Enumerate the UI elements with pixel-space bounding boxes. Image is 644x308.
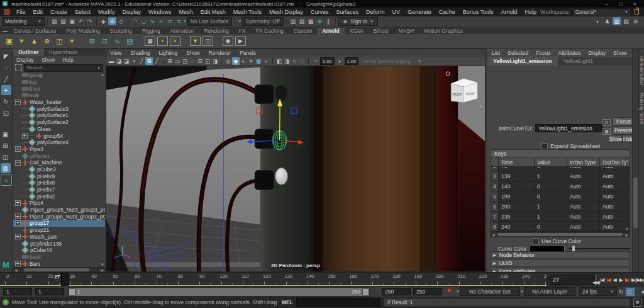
paint-select-tool-icon[interactable]: ╱ — [1, 74, 11, 84]
viewport-2d-panzoom-icon[interactable]: ▪ — [130, 57, 138, 65]
outliner-item-back[interactable]: back — [13, 254, 105, 261]
key-value[interactable]: 1 — [535, 171, 567, 181]
side-tab-modeling-toolkit[interactable]: Modeling Toolkit — [640, 93, 644, 124]
arnold-light-manager-icon[interactable]: ▼ — [190, 37, 201, 46]
open-scene-icon[interactable]: ▧ — [59, 17, 67, 25]
gamma-field[interactable]: 1.00 — [345, 57, 359, 65]
arnold-skydome-light-icon[interactable]: ⊕ — [42, 36, 52, 47]
menu-select[interactable]: Select — [71, 9, 94, 15]
column-header-intan-type[interactable]: InTan Type — [567, 158, 600, 166]
key-time[interactable]: 70 — [499, 167, 535, 171]
select-curve-icon[interactable]: ⊂ — [166, 17, 174, 25]
key-value[interactable]: 1 — [535, 202, 567, 211]
ae-menu-display[interactable]: Display — [585, 50, 609, 56]
scrollbar-thumb[interactable] — [24, 268, 89, 271]
outliner-item-polysurface2[interactable]: polySurface2 — [13, 119, 105, 126]
select-object-icon[interactable]: ◡ — [140, 17, 148, 25]
arnold-noice-denoiser-icon[interactable]: × — [170, 37, 180, 46]
viewport-menu-lighting[interactable]: Lighting — [155, 50, 181, 56]
expand-icon[interactable] — [15, 261, 21, 266]
outliner-item-coil-machine[interactable]: Coil_Machine — [13, 159, 105, 166]
viewport-menu-show[interactable]: Show — [182, 50, 203, 56]
render-settings-icon[interactable]: ▦ — [307, 17, 315, 25]
snap-to-grid-icon[interactable]: ⊞ — [108, 17, 116, 25]
view-transform-selector[interactable]: sRGB gamma (legacy)▼ — [360, 58, 425, 64]
outliner-item-bars[interactable]: Bars — [13, 260, 105, 267]
outliner-item-watch-part[interactable]: Watch_part — [13, 234, 105, 241]
show-button[interactable]: Show — [609, 135, 622, 143]
shelf-tab-motion-graphics[interactable]: Motion Graphics — [419, 28, 468, 34]
mute-speaker-icon[interactable]: ◀ — [639, 288, 644, 295]
viewport-layout-right-icon[interactable]: ◨ — [211, 57, 219, 65]
outliner-item-phelix8[interactable]: pHelix8 — [13, 180, 105, 186]
scale-tool-icon[interactable]: ◱ — [1, 108, 11, 118]
shelf-tab-sculpting[interactable]: Sculpting — [105, 28, 137, 34]
section-node-behavior[interactable]: ▶Node Behavior — [490, 251, 630, 258]
channel-box-toggle-icon[interactable]: ⊛ — [631, 17, 640, 25]
menu-generate[interactable]: Generate — [404, 9, 435, 15]
menu-create[interactable]: Create — [47, 9, 71, 15]
current-frame-field[interactable]: 27 — [550, 275, 595, 285]
script-editor-icon[interactable]: ▦ — [633, 299, 641, 307]
outliner-item-persp[interactable]: persp — [13, 72, 105, 79]
viewport-menu-panels[interactable]: Panels — [236, 50, 260, 56]
ae-menu-list[interactable]: List — [489, 50, 503, 56]
maximize-button[interactable]: □ — [614, 1, 628, 7]
select-tool-icon[interactable]: ◤ — [1, 51, 11, 61]
use-curve-color-checkbox[interactable]: Use Curve Color — [533, 238, 581, 244]
viewport-scene[interactable]: FRONT RIGHT ∨ 2D PanZoom : persp — [106, 66, 485, 271]
snap-to-curves-icon[interactable]: ◈ — [99, 17, 108, 25]
mel-command-input[interactable] — [296, 298, 380, 307]
key-in-tan[interactable]: Auto — [567, 202, 600, 211]
keys-hscrollbar[interactable]: ◀ ▶ — [491, 232, 630, 237]
outliner-item-phelix7[interactable]: pHelix7 — [13, 186, 105, 193]
viewport-pencil-icon[interactable]: ╱ — [153, 57, 160, 65]
key-in-tan[interactable]: Auto — [567, 181, 600, 191]
scroll-up-icon[interactable]: ▲ — [625, 159, 629, 163]
scrollbar-thumb[interactable] — [633, 178, 638, 228]
viewport-camera-attrs-icon[interactable]: ▬ — [108, 57, 115, 65]
anim-end-field[interactable]: 250 — [382, 288, 411, 295]
viewport-layout-corner-icon[interactable]: ◳ — [181, 57, 189, 65]
keys-section-header[interactable]: Keys — [491, 150, 630, 158]
arnold-point-light-icon[interactable]: ☀ — [16, 36, 27, 47]
key-time[interactable]: 139 — [499, 171, 535, 181]
exposure-field[interactable]: 0.00 — [320, 57, 335, 65]
arnold-area-light-icon[interactable]: ▣ — [4, 36, 14, 47]
step-back-frame-button[interactable]: |◀ — [599, 277, 605, 283]
viewport-image-plane-icon[interactable]: ◪ — [123, 57, 130, 65]
shelf-menu-icon[interactable]: ▬ — [1, 28, 9, 33]
lasso-tool-icon[interactable]: ◌ — [1, 62, 11, 72]
mel-label[interactable]: MEL — [282, 299, 293, 305]
search-input[interactable]: Search... ▼ — [24, 64, 103, 72]
arnold-mesh-light-icon[interactable]: ◫ — [54, 36, 65, 47]
viewport-plugin-icon[interactable]: □ — [298, 57, 306, 65]
outliner-menu-show[interactable]: Show — [38, 57, 58, 63]
arnold-tx-manager-icon[interactable]: ◫ — [203, 37, 213, 46]
scroll-right-icon[interactable]: ▶ — [624, 232, 630, 237]
history-icon[interactable]: ◐ — [594, 17, 602, 25]
key-value[interactable]: 1 — [535, 212, 567, 221]
key-row[interactable]: 2701AutoAuto — [491, 167, 630, 171]
section-uuid[interactable]: ▶UUID — [490, 260, 630, 266]
menu-bonus-tools[interactable]: Bonus Tools — [459, 9, 497, 15]
set-key-icon[interactable] — [446, 288, 452, 295]
viewport-layout-grid-icon[interactable]: ⊡ — [196, 57, 204, 65]
arnold-ipr-play-icon[interactable]: ▶ — [235, 37, 246, 46]
layout-single-pane-icon[interactable]: ▣ — [1, 129, 11, 139]
outliner-item-phelix9[interactable]: pHelix9 — [13, 173, 105, 180]
shelf-tab-poly-modeling[interactable]: Poly Modeling — [62, 28, 105, 34]
key-value[interactable]: 1 — [535, 167, 567, 171]
arnold-denoiser-icon[interactable]: × — [157, 37, 168, 46]
playback-loop-icon[interactable]: ↻ — [617, 288, 625, 295]
outliner-item-pipe3[interactable]: Pipe3 — [13, 146, 105, 153]
shelf-tab-custom[interactable]: Custom — [289, 28, 317, 34]
timeline-ruler[interactable]: 0102030405060708090100110120130140150160… — [0, 273, 548, 287]
viewport-xray-joints-icon[interactable]: ○ — [291, 57, 298, 65]
viewport-shaded-icon[interactable]: ◉ — [232, 57, 240, 65]
key-time[interactable]: 240 — [499, 222, 535, 231]
scroll-down-icon[interactable]: ▼ — [625, 227, 629, 231]
viewport-exposure-icon[interactable]: ◔ — [311, 57, 319, 65]
key-time[interactable]: 140 — [499, 181, 535, 191]
key-out-tan[interactable]: Auto — [600, 202, 627, 211]
